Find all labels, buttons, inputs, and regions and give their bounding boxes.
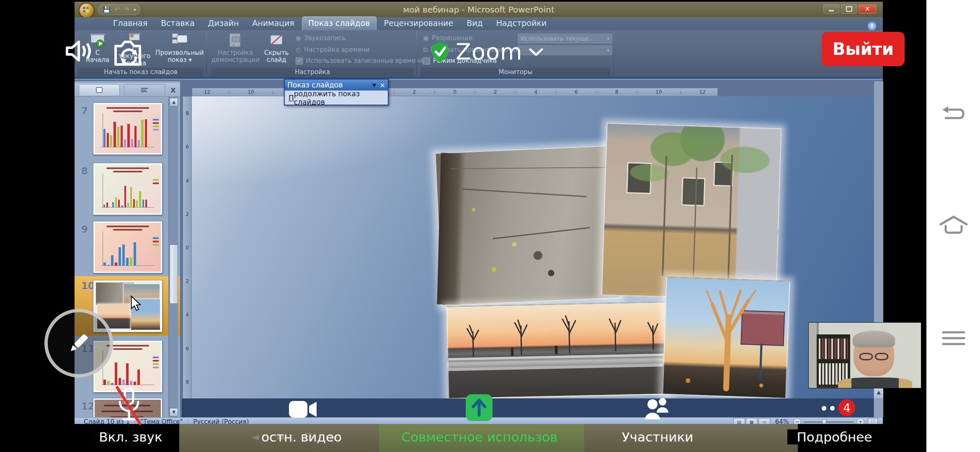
slide-number: 7	[81, 105, 88, 116]
ribbon-tab-надстройки[interactable]: Надстройки	[490, 17, 552, 30]
ribbon-tab-дизайн[interactable]: Дизайн	[202, 17, 245, 30]
person-hair	[853, 331, 895, 348]
hide-slide-button[interactable]: Скрыть слайд	[261, 32, 291, 67]
switch-camera-icon[interactable]	[110, 34, 147, 72]
pencil-icon	[64, 329, 93, 358]
popup-title: Показ слайдов	[287, 81, 343, 89]
restore-button[interactable]	[841, 4, 857, 13]
chevron-down-icon: ▾	[607, 48, 609, 53]
chevron-down-icon	[529, 47, 544, 57]
video-camera-icon[interactable]	[288, 398, 317, 420]
video-button[interactable]: остн. видео	[247, 429, 356, 444]
group-label-monitors: Мониторы	[420, 68, 611, 76]
mouse-cursor	[130, 295, 142, 312]
shield-check-icon	[431, 41, 450, 63]
slides-tab-icon	[95, 87, 103, 93]
mute-button[interactable]: Вкл. звук	[82, 429, 179, 444]
checkbox-checked-icon: ✓	[296, 57, 303, 64]
powerpoint-window: 💾 ↶ ↷ ▾ мой вебинар - Microsoft PowerPoi…	[75, 2, 883, 424]
slide-thumbnail-8[interactable]	[93, 163, 162, 215]
monitor-icon: ▣	[423, 34, 429, 42]
leave-meeting-button[interactable]: Выйти	[822, 32, 905, 66]
zoom-meeting-header[interactable]: Zoom	[431, 39, 544, 65]
clock-icon: ◴	[296, 46, 301, 54]
slide-thumbnail-7[interactable]	[93, 103, 162, 155]
home-icon[interactable]	[939, 213, 968, 238]
annotate-pencil-button[interactable]	[44, 309, 113, 378]
android-navigation-bar	[926, 0, 980, 452]
recent-apps-icon[interactable]	[941, 329, 967, 347]
close-button[interactable]: ×	[859, 4, 876, 13]
golden-tree	[663, 277, 787, 396]
slide-thumbnail-9[interactable]	[93, 221, 162, 273]
ribbon-tab-вставка[interactable]: Вставка	[155, 17, 201, 30]
participants-count-badge[interactable]: 4	[838, 399, 855, 416]
photo-golden-tree	[662, 277, 790, 398]
photo-cracked-pavement	[435, 145, 621, 306]
arrow-up-icon	[466, 394, 493, 421]
zoom-slider[interactable]	[804, 421, 854, 423]
ribbon-tab-главная[interactable]: Главная	[107, 17, 153, 30]
popup-dropdown-icon[interactable]: ▼	[372, 82, 377, 88]
bare-trees-silhouette	[447, 303, 668, 397]
ribbon-tab-рецензирование[interactable]: Рецензирование	[378, 17, 459, 30]
chevron-down-icon: ▾	[607, 36, 609, 41]
ribbon-tab-анимация[interactable]: Анимация	[246, 17, 300, 30]
share-screen-button[interactable]	[466, 394, 493, 421]
back-icon[interactable]	[941, 105, 966, 126]
rehearse-timings-item[interactable]: ◴ Настройка времени	[296, 46, 370, 54]
vertical-ruler: 864202468	[183, 96, 192, 399]
tab-outline[interactable]	[124, 84, 165, 95]
photo-sunset-road	[446, 301, 671, 398]
zoom-brand-label: Zoom	[456, 39, 523, 65]
self-video-thumbnail[interactable]	[808, 322, 921, 388]
record-narration-item[interactable]: ◉ Звукозапись	[296, 34, 346, 42]
help-button[interactable]: ?	[867, 21, 877, 31]
share-button-label[interactable]: Совместное использов	[385, 429, 574, 444]
custom-show-label: Произвольный показ ▾	[155, 49, 204, 64]
monitors-icon: ⧉	[423, 46, 428, 54]
ribbon-tab-вид[interactable]: Вид	[461, 17, 489, 30]
slide-number: 8	[81, 166, 88, 177]
scrollbar-thumb[interactable]	[170, 244, 178, 304]
speaker-icon[interactable]	[61, 35, 93, 67]
slideshow-floating-toolbar: Показ слайдов ▼ × Продолжить показ слайд…	[284, 79, 389, 105]
resume-slideshow-item[interactable]: Продолжить показ слайдов	[285, 90, 388, 105]
person-glasses	[859, 353, 889, 361]
ribbon-tab-показ-слайдов[interactable]: Показ слайдов	[302, 16, 377, 30]
use-timings-item[interactable]: ✓ Использовать записанные времена	[296, 57, 423, 64]
tab-slides[interactable]	[79, 84, 120, 95]
custom-show-icon	[171, 32, 188, 49]
custom-show-button[interactable]: Произвольный показ ▾	[157, 32, 203, 67]
hide-slide-icon	[268, 32, 285, 49]
checkbox-unchecked-icon	[423, 57, 430, 64]
more-dots-icon[interactable]	[830, 406, 835, 411]
scroll-up-icon[interactable]: ▲	[170, 98, 178, 106]
slide-canvas	[192, 96, 874, 398]
slide-number: 9	[81, 224, 88, 235]
participants-button[interactable]: Участники	[611, 429, 704, 444]
person-shoulders	[838, 378, 912, 388]
popup-close-icon[interactable]: ×	[380, 81, 385, 89]
setup-show-icon	[227, 32, 244, 49]
participants-icon[interactable]	[642, 396, 674, 422]
minimize-button[interactable]	[823, 4, 839, 13]
panel-close-icon[interactable]: x	[170, 85, 176, 95]
horizontal-ruler: 12· ı ·10· ı ·8· ı ·6· ı ·4· ı ·2· ı ·0·…	[192, 88, 718, 96]
more-button[interactable]: Подробнее	[787, 429, 882, 444]
scroll-down-icon[interactable]: ▼	[170, 408, 178, 416]
setup-show-button[interactable]: Настройка демонстрации	[211, 32, 260, 67]
more-dots-icon[interactable]	[822, 406, 826, 411]
record-icon: ◉	[296, 34, 301, 42]
setup-show-label: Настройка демонстрации	[211, 49, 259, 64]
group-label-setup: Настройка	[211, 68, 414, 76]
screen: 💾 ↶ ↷ ▾ мой вебинар - Microsoft PowerPoi…	[0, 0, 980, 452]
outline-tab-icon	[140, 87, 149, 93]
window-title: мой вебинар - Microsoft PowerPoint	[75, 5, 883, 15]
microphone-muted-icon[interactable]	[114, 385, 144, 427]
ribbon-tabs: ГлавнаяВставкаДизайнАнимацияПоказ слайдо…	[75, 17, 883, 30]
panel-scrollbar[interactable]: ▲ ▼	[168, 97, 178, 417]
hide-slide-label: Скрыть слайд	[264, 49, 289, 64]
photo-building-trees	[601, 123, 782, 301]
slide-editor: 12· ı ·10· ı ·8· ı ·6· ı ·4· ı ·2· ı ·0·…	[182, 81, 883, 417]
